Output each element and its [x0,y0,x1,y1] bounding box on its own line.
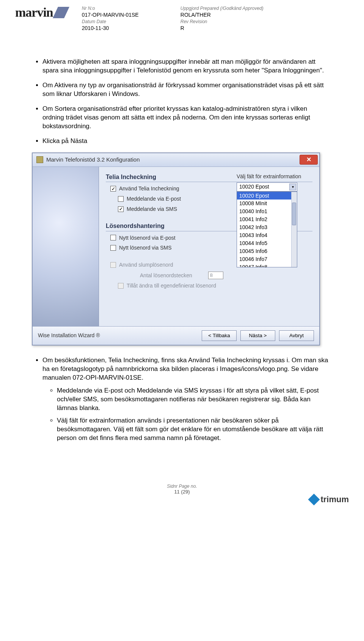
list-item[interactable]: 10042 Info3 [237,223,297,231]
chevron-down-icon: ▾ [289,184,296,190]
checkbox-label: Nytt lösenord via SMS [119,244,172,251]
header-col-left: Nr N:o 017-OPI-MARVIN-01SE Datum Date 20… [82,5,180,32]
top-bullet-list: Aktivera möjligheten att spara inloggnin… [34,58,330,146]
bullet-text: Om besöksfunktionen, Telia Incheckning, … [42,357,328,381]
checkbox-icon [110,186,116,192]
list-item[interactable]: 10040 Info1 [237,207,297,215]
bullet-item: Klicka på Nästa [42,137,330,146]
next-button[interactable]: Nästa > [240,330,275,341]
dialog-buttons: < Tillbaka Nästa > Avbryt [202,330,314,341]
close-button[interactable]: ✕ [300,155,318,165]
bottom-bullet-list: Om besöksfunktionen, Telia Incheckning, … [34,356,330,443]
scrollbar[interactable] [291,192,297,267]
checkbox-label: Meddelande via E-post [127,195,181,203]
uppgjord-label: Uppgjord Prepared (/Godkänd Approved) [180,5,264,11]
bullet-item: Om Sortera organisationsträd efter prior… [42,105,330,131]
checkbox-icon [118,283,124,289]
pw-length-value: 8 [208,272,223,279]
pw-length-label: Antal lösenordstecken [140,272,192,279]
datum-label: Datum Date [82,19,106,25]
document-header: marvin Nr N:o 017-OPI-MARVIN-01SE Datum … [0,0,364,35]
extra-field-listbox[interactable]: 10020 Epost 10008 MInit 10040 Info1 1004… [237,192,297,267]
wizard-brand: Wise Installation Wizard ® [38,332,100,339]
extra-field-combo[interactable]: 10020 Epost ▾ [237,182,297,192]
sub-bullet-item: Meddelande via E-post och Meddelande via… [57,386,330,413]
bullet-item: Om besöksfunktionen, Telia Incheckning, … [42,356,330,443]
config-dialog: Marvin Telefonistöd 3.2 Konfiguration ✕ … [32,152,320,346]
list-item[interactable]: 10020 Epost [237,192,297,200]
list-item[interactable]: 10043 Info4 [237,231,297,239]
pw-length-row: Antal lösenordstecken 8 [140,272,312,279]
page-value: 11 (29) [174,489,190,495]
logo-text: marvin [15,5,53,20]
extra-info-column: Välj fält för extrainformation 10020 Epo… [237,172,312,267]
list-item[interactable]: 10045 Info6 [237,247,297,255]
checkbox-allow-custom-pw: Tillåt ändra till egendefinierat lösenor… [118,282,312,289]
extra-field-label: Välj fält för extrainformation [237,173,312,180]
dialog-app-icon [36,156,43,163]
list-item[interactable]: 10046 Info7 [237,255,297,263]
combo-value: 10020 Epost [239,183,269,190]
dialog-titlebar: Marvin Telefonistöd 3.2 Konfiguration ✕ [33,153,319,167]
rev-label: Rev Revision [180,19,207,25]
nr-label: Nr N:o [82,5,95,11]
bullet-item: Om Aktivera ny typ av organisationsträd … [42,81,330,99]
page-label: Sidnr Page no. [0,484,364,489]
list-item[interactable]: 10047 Info8 [237,263,297,267]
list-item[interactable]: 10044 Info5 [237,239,297,247]
nr-value: 017-OPI-MARVIN-01SE [82,11,139,19]
sub-bullet-list: Meddelande via E-post och Meddelande via… [42,386,330,443]
dialog-footer: Wise Installation Wizard ® < Tillbaka Nä… [33,326,319,345]
dialog-body: Telia Incheckning Använd Telia Incheckni… [33,167,319,326]
checkbox-icon [110,262,116,268]
checkbox-icon [118,196,124,202]
uppgjord-value: ROLA/THER [180,11,211,19]
cancel-button[interactable]: Avbryt [279,330,314,341]
checkbox-label: Meddelande via SMS [127,206,177,213]
dialog-main: Telia Incheckning Använd Telia Incheckni… [99,167,319,326]
document-footer: Sidnr Page no. 11 (29) trimum [0,484,364,506]
dialog-title: Marvin Telefonistöd 3.2 Konfiguration [46,156,140,163]
diamond-icon [308,494,320,506]
dialog-sidebar-image [33,167,99,326]
scrollbar-thumb[interactable] [292,203,296,225]
checkbox-icon [110,235,116,240]
sub-bullet-item: Välj fält för extrainformation används i… [57,416,330,443]
checkbox-icon [110,245,116,251]
page-number: Sidnr Page no. 11 (29) [0,484,364,495]
document-body: Aktivera möjligheten att spara inloggnin… [0,35,364,453]
logo-slash-icon [53,7,69,18]
checkbox-label: Tillåt ändra till egendefinierat lösenor… [127,282,216,289]
trimum-text: trimum [320,495,349,504]
list-item[interactable]: 10008 MInit [237,200,297,207]
rev-value: R [180,25,184,32]
back-button[interactable]: < Tillbaka [202,330,237,341]
checkbox-icon [118,206,124,212]
datum-value: 2010-11-30 [82,25,109,32]
list-item[interactable]: 10041 Info2 [237,215,297,223]
checkbox-label: Använd Telia Incheckning [119,185,179,192]
trimum-logo: trimum [310,495,349,504]
header-col-right: Uppgjord Prepared (/Godkänd Approved) RO… [180,5,279,32]
checkbox-label: Använd slumplösenord [119,261,173,269]
marvin-logo: marvin [15,5,67,20]
checkbox-label: Nytt lösenord via E-post [119,234,176,242]
bullet-item: Aktivera möjligheten att spara inloggnin… [42,58,330,75]
